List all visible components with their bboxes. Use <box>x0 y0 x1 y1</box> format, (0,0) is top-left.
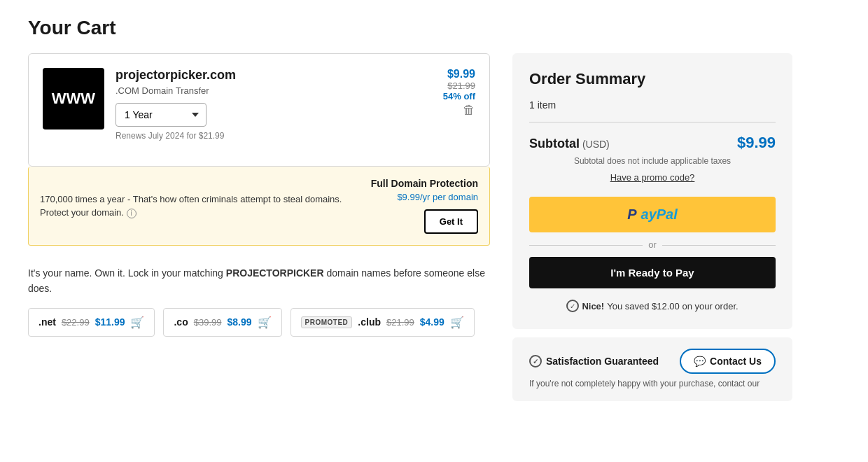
brand-name: PROJECTORPICKER <box>226 267 324 279</box>
domain-option-co[interactable]: .co $39.99 $8.99 🛒 <box>163 308 281 337</box>
page-container: Your Cart WWW projectorpicker.com .COM D… <box>0 0 868 462</box>
cart-item-top: WWW projectorpicker.com .COM Domain Tran… <box>43 68 475 141</box>
domain-option-net[interactable]: .net $22.99 $11.99 🛒 <box>28 308 155 337</box>
cart-card: WWW projectorpicker.com .COM Domain Tran… <box>28 53 490 167</box>
subtotal-note: Subtotal does not include applicable tax… <box>529 156 776 166</box>
renew-text: Renews July 2024 for $21.99 <box>115 131 432 141</box>
subtotal-row: Subtotal (USD) $9.99 <box>529 134 776 152</box>
upsell-section: It's your name. Own it. Lock in your mat… <box>28 265 490 337</box>
savings-check-icon: ✓ <box>566 300 579 312</box>
subtotal-label: Subtotal (USD) <box>529 136 610 151</box>
contact-us-button[interactable]: 💬 Contact Us <box>680 349 776 374</box>
info-icon[interactable]: i <box>127 209 136 218</box>
domain-tld-net: .net <box>38 316 56 328</box>
savings-detail: You saved $12.00 on your order. <box>607 301 738 312</box>
savings-note: ✓ Nice! You saved $12.00 on your order. <box>529 300 776 312</box>
protection-banner: 170,000 times a year - That's how often … <box>28 167 490 246</box>
left-column: WWW projectorpicker.com .COM Domain Tran… <box>28 53 490 401</box>
order-summary-card: Order Summary 1 item Subtotal (USD) $9.9… <box>512 53 792 329</box>
satisfaction-row: ✓ Satisfaction Guaranteed 💬 Contact Us <box>529 349 776 374</box>
paypal-ay: ayPal <box>641 206 678 223</box>
domain-new-price-co: $8.99 <box>227 316 251 328</box>
chat-icon: 💬 <box>694 356 706 367</box>
domain-new-price-club: $4.99 <box>420 316 444 328</box>
item-controls: 1 Year 2 Years 3 Years 5 Years 10 Years <box>115 103 432 127</box>
satisfaction-sub: If you're not completely happy with your… <box>529 378 776 390</box>
domain-options: .net $22.99 $11.99 🛒 .co $39.99 $8.99 🛒 <box>28 308 490 337</box>
paypal-button[interactable]: PayPal <box>529 197 776 232</box>
get-it-button[interactable]: Get It <box>424 209 478 234</box>
cart-add-icon-club[interactable]: 🛒 <box>450 316 464 329</box>
domain-old-price-net: $22.99 <box>62 317 90 328</box>
domain-tld-club: .club <box>358 316 381 328</box>
promoted-badge: PROMOTED <box>301 316 353 328</box>
pay-button[interactable]: I'm Ready to Pay <box>529 257 776 288</box>
domain-option-club[interactable]: PROMOTED .club $21.99 $4.99 🛒 <box>290 308 475 337</box>
protection-offer-price: $9.99/yr per domain <box>371 192 478 202</box>
promo-link-container: Have a promo code? <box>529 172 776 183</box>
main-content: WWW projectorpicker.com .COM Domain Tran… <box>28 53 840 401</box>
domain-tld-co: .co <box>174 316 188 328</box>
order-summary-item-count: 1 item <box>529 99 776 122</box>
order-summary-title: Order Summary <box>529 70 776 88</box>
protection-offer: Full Domain Protection $9.99/yr per doma… <box>371 178 478 234</box>
price-discount: 54% off <box>443 91 475 102</box>
satisfaction-check-icon: ✓ <box>529 355 542 368</box>
savings-bold: Nice! <box>582 301 604 312</box>
domain-new-price-net: $11.99 <box>95 316 125 328</box>
domain-type: .COM Domain Transfer <box>115 85 432 96</box>
year-select[interactable]: 1 Year 2 Years 3 Years 5 Years 10 Years <box>115 103 206 127</box>
promo-code-link[interactable]: Have a promo code? <box>610 172 695 183</box>
protection-text: 170,000 times a year - That's how often … <box>40 192 354 220</box>
upsell-text: It's your name. Own it. Lock in your mat… <box>28 265 490 297</box>
or-divider: or <box>529 239 776 250</box>
delete-icon[interactable]: 🗑 <box>443 103 475 118</box>
price-current: $9.99 <box>443 68 475 80</box>
domain-icon: WWW <box>43 68 104 130</box>
satisfaction-title: Satisfaction Guaranteed <box>546 356 659 367</box>
page-title: Your Cart <box>28 17 840 39</box>
cart-add-icon-net[interactable]: 🛒 <box>130 316 144 329</box>
cart-item-details: projectorpicker.com .COM Domain Transfer… <box>115 68 432 141</box>
domain-old-price-club: $21.99 <box>386 317 414 328</box>
subtotal-value: $9.99 <box>737 134 776 152</box>
cart-add-icon-co[interactable]: 🛒 <box>258 316 272 329</box>
price-original: $21.99 <box>443 80 475 91</box>
price-block: $9.99 $21.99 54% off 🗑 <box>443 68 475 118</box>
contact-us-label: Contact Us <box>710 356 762 367</box>
right-column: Order Summary 1 item Subtotal (USD) $9.9… <box>512 53 792 401</box>
domain-old-price-co: $39.99 <box>194 317 222 328</box>
satisfaction-left: ✓ Satisfaction Guaranteed <box>529 355 659 368</box>
protection-offer-title: Full Domain Protection <box>371 178 478 189</box>
paypal-p: P <box>627 206 636 223</box>
domain-name: projectorpicker.com <box>115 68 432 83</box>
satisfaction-card: ✓ Satisfaction Guaranteed 💬 Contact Us I… <box>512 337 792 401</box>
